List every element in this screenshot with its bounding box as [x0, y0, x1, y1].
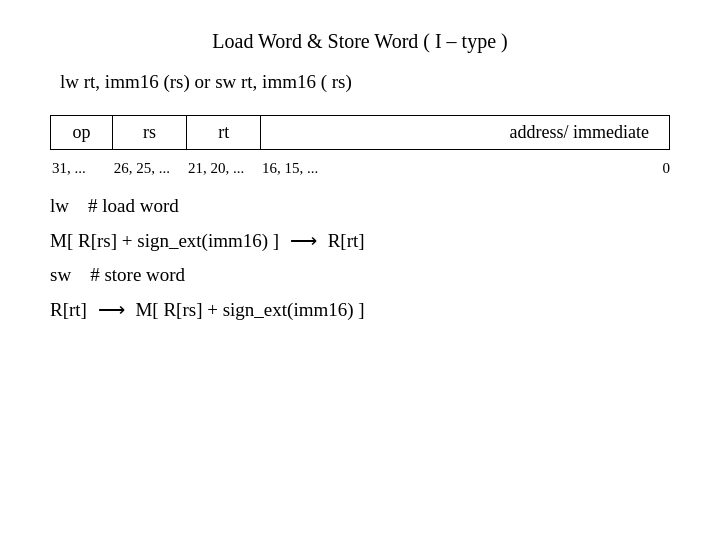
bit-op-label: 31, ...	[52, 160, 114, 177]
lw-section: lw # load word	[50, 195, 670, 217]
col-op: op	[51, 116, 113, 150]
instruction-table-container: op rs rt address/ immediate	[50, 115, 670, 150]
bit-rt-label: 21, 20, ...	[188, 160, 262, 177]
arrow2-icon: ⟶	[98, 298, 125, 321]
sw-label: sw	[50, 264, 71, 285]
subtitle: lw rt, imm16 (rs) or sw rt, imm16 ( rs)	[50, 71, 670, 93]
sw-comment: # store word	[90, 264, 185, 285]
col-rs: rs	[112, 116, 186, 150]
lw-label: lw	[50, 195, 69, 216]
col-address: address/ immediate	[261, 116, 670, 150]
sw-lhs: R[rt]	[50, 299, 87, 320]
sw-formula: M[ R[rs] + sign_ext(imm16) ]	[135, 299, 364, 320]
col-rt: rt	[187, 116, 261, 150]
bit-addr-label: 16, 15, ... 0	[262, 160, 670, 177]
bit-rs-label: 26, 25, ...	[114, 160, 188, 177]
instruction-table: op rs rt address/ immediate	[50, 115, 670, 150]
lw-formula-section: M[ R[rs] + sign_ext(imm16) ] ⟶ R[rt]	[50, 229, 670, 252]
sw-section: sw # store word	[50, 264, 670, 286]
page: Load Word & Store Word ( I – type ) lw r…	[0, 0, 720, 540]
lw-comment: # load word	[88, 195, 179, 216]
bit-addr-end: 0	[663, 160, 671, 177]
bit-labels-row: 31, ... 26, 25, ... 21, 20, ... 16, 15, …	[50, 160, 670, 177]
sw-formula-section: R[rt] ⟶ M[ R[rs] + sign_ext(imm16) ]	[50, 298, 670, 321]
lw-result: R[rt]	[328, 230, 365, 251]
page-title: Load Word & Store Word ( I – type )	[50, 30, 670, 53]
lw-formula: M[ R[rs] + sign_ext(imm16) ]	[50, 230, 279, 251]
arrow1-icon: ⟶	[290, 229, 317, 252]
table-header-row: op rs rt address/ immediate	[51, 116, 670, 150]
bit-addr-start: 16, 15, ...	[262, 160, 318, 177]
